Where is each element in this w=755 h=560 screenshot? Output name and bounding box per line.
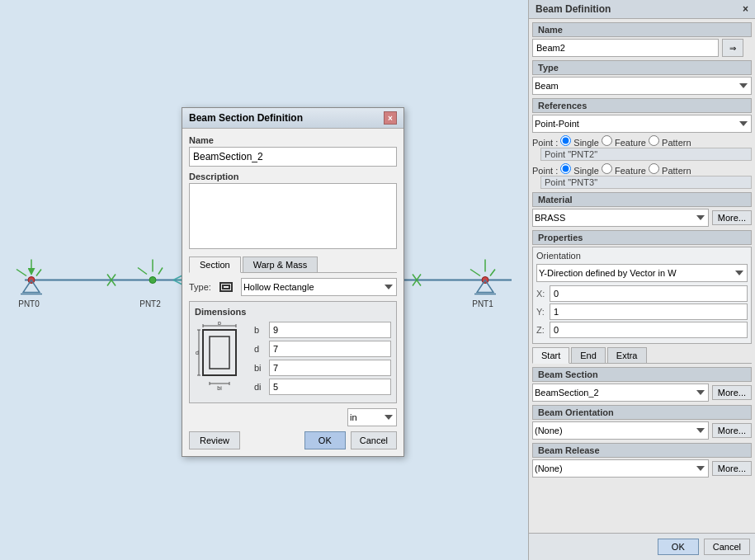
panel-content: Name ⇒ Type Beam References Point-Point … <box>529 19 755 533</box>
point2-value: Point "PNT3" <box>540 176 752 189</box>
beam-section-more-button[interactable]: More... <box>712 385 752 400</box>
modal-tab-section[interactable]: Section <box>189 256 241 273</box>
unit-select[interactable]: in <box>347 408 397 426</box>
orientation-group-box: Orientation Y-Direction defined by Vecto… <box>532 247 752 344</box>
y-label: Y: <box>536 307 550 317</box>
point1-single-radio[interactable]: Single <box>560 138 599 148</box>
svg-line-5 <box>17 270 26 276</box>
z-input[interactable] <box>550 322 748 338</box>
beam-release-more-button[interactable]: More... <box>712 461 752 476</box>
modal-type-row: Type: Hollow Rectangle <box>189 278 397 296</box>
dim-di-row: di <box>254 379 391 395</box>
point1-value: Point "PNT2" <box>540 148 752 161</box>
modal-name-label: Name <box>189 135 397 145</box>
x-input[interactable] <box>550 285 748 302</box>
svg-point-8 <box>149 277 156 284</box>
point2-single-radio[interactable]: Single <box>560 166 599 176</box>
material-group: Material BRASS More... <box>532 192 752 227</box>
dim-bi-input[interactable] <box>269 360 391 376</box>
modal-tab-warp-mass[interactable]: Warp & Mass <box>243 256 319 272</box>
panel-close-icon[interactable]: × <box>743 3 748 15</box>
beam-orientation-more-button[interactable]: More... <box>712 423 752 438</box>
point1-pattern-radio[interactable]: Pattern <box>649 138 691 148</box>
svg-line-11 <box>158 268 163 275</box>
material-select[interactable]: BRASS <box>532 209 709 227</box>
orientation-select[interactable]: Y-Direction defined by Vector in W <box>536 264 748 282</box>
material-more-button[interactable]: More... <box>712 210 752 225</box>
type-group: Type Beam <box>532 60 752 95</box>
modal-title-bar: Beam Section Definition × <box>182 108 403 129</box>
orientation-group-title: Orientation <box>536 251 748 261</box>
dim-d-input[interactable] <box>269 341 391 357</box>
beam-orientation-field-row: (None) More... <box>532 421 752 440</box>
hollow-rect-icon <box>219 282 233 292</box>
beam-orientation-select[interactable]: (None) <box>532 421 709 440</box>
modal-button-row: Review OK Cancel <box>189 431 397 449</box>
svg-text:PNT2: PNT2 <box>139 299 161 308</box>
svg-text:bi: bi <box>217 385 222 391</box>
dim-di-label: di <box>254 382 269 392</box>
beam-section-header: Beam Section <box>532 367 752 382</box>
beam-definition-panel: Beam Definition × Name ⇒ Type Beam Refer… <box>528 0 755 560</box>
y-coord-row: Y: <box>536 304 748 320</box>
point1-label: Point : Single Feature Pattern <box>532 135 752 148</box>
panel-title: Beam Definition <box>536 3 611 15</box>
point1-feature-radio[interactable]: Feature <box>602 138 646 148</box>
modal-cancel-button[interactable]: Cancel <box>351 431 397 449</box>
modal-description-textarea[interactable] <box>189 183 397 249</box>
beam-release-select[interactable]: (None) <box>532 459 709 478</box>
modal-section-tabs: Section Warp & Mass <box>189 256 397 273</box>
x-label: X: <box>536 289 550 299</box>
modal-body: Name Description Section Warp & Mass Typ… <box>182 129 403 456</box>
modal-name-input[interactable] <box>189 147 397 167</box>
modal-description-group: Description <box>189 172 397 256</box>
beam-release-header: Beam Release <box>532 443 752 458</box>
name-browse-button[interactable]: ⇒ <box>722 39 743 57</box>
modal-close-button[interactable]: × <box>384 111 397 125</box>
beam-orientation-group: Beam Orientation (None) More... <box>532 405 752 440</box>
dimensions-title: Dimensions <box>195 307 391 317</box>
type-select[interactable]: Beam <box>532 77 752 95</box>
modal-type-select[interactable]: Hollow Rectangle <box>241 278 397 296</box>
panel-cancel-button[interactable]: Cancel <box>704 539 750 555</box>
svg-text:d: d <box>196 350 199 355</box>
name-input[interactable] <box>532 39 719 57</box>
dim-b-input[interactable] <box>269 322 391 338</box>
material-field-row: BRASS More... <box>532 209 752 227</box>
dim-bi-row: bi <box>254 360 391 376</box>
tab-end[interactable]: End <box>571 347 606 363</box>
beam-section-select[interactable]: BeamSection_2 <box>532 384 709 402</box>
tab-extra[interactable]: Extra <box>607 347 647 363</box>
type-section-header: Type <box>532 60 752 75</box>
dim-b-row: b <box>254 322 391 338</box>
review-button[interactable]: Review <box>189 431 240 449</box>
dim-diagram-svg: b d bi <box>195 322 248 392</box>
references-select[interactable]: Point-Point <box>532 115 752 133</box>
svg-rect-41 <box>210 336 229 369</box>
material-section-header: Material <box>532 192 752 207</box>
dimensions-group: Dimensions b d <box>189 301 397 403</box>
modal-confirm-buttons: OK Cancel <box>304 431 397 449</box>
tab-start[interactable]: Start <box>532 347 569 364</box>
references-group: References Point-Point Point : Single Fe… <box>532 98 752 189</box>
beam-release-group: Beam Release (None) More... <box>532 443 752 478</box>
beam-section-field-row: BeamSection_2 More... <box>532 384 752 402</box>
dim-content: b d bi b <box>195 322 391 398</box>
modal-ok-button[interactable]: OK <box>304 431 346 449</box>
z-coord-row: Z: <box>536 322 748 338</box>
dim-bi-label: bi <box>254 363 269 373</box>
point2-pattern-radio[interactable]: Pattern <box>649 166 691 176</box>
svg-line-27 <box>470 270 480 276</box>
dim-di-input[interactable] <box>269 379 391 395</box>
y-input[interactable] <box>550 304 748 320</box>
point2-feature-radio[interactable]: Feature <box>602 166 646 176</box>
panel-ok-button[interactable]: OK <box>658 539 699 555</box>
svg-text:PNT1: PNT1 <box>472 299 493 308</box>
svg-line-10 <box>138 268 147 275</box>
svg-text:b: b <box>218 322 221 326</box>
z-label: Z: <box>536 325 550 335</box>
svg-line-28 <box>490 270 495 276</box>
panel-bottom: OK Cancel <box>529 533 755 560</box>
dim-b-label: b <box>254 325 269 335</box>
name-section-header: Name <box>532 22 752 37</box>
